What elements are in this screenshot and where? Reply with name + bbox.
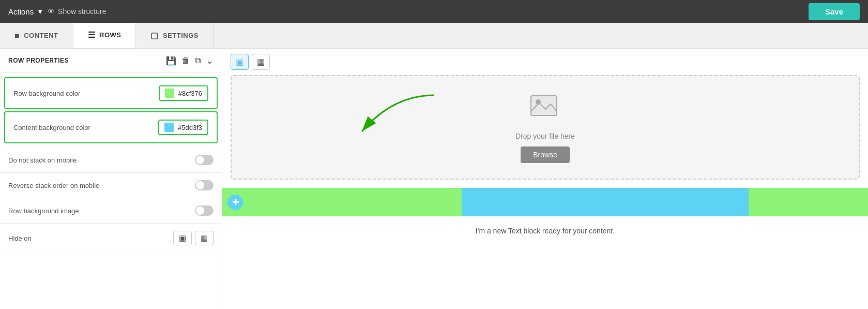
content-bg-color-swatch [164, 123, 174, 132]
actions-label: Actions [8, 7, 34, 16]
reverse-stack-row: Reverse stack order on mobile [0, 173, 222, 198]
row-bg-color-field[interactable]: #8cf376 [159, 85, 208, 101]
row-bg-color-value: #8cf376 [178, 90, 202, 97]
content-bg-color-field[interactable]: #5dd3f3 [158, 120, 208, 135]
row-bg-color-row: Row background color #8cf376 [5, 78, 217, 108]
row-properties-title: ROW PROPERTIES [8, 57, 69, 64]
content-tab-icon: ■ [14, 31, 20, 40]
right-panel: ▣ ▦ Drop your file here Browse [222, 49, 868, 309]
col-green-right [749, 188, 868, 216]
row-bg-image-toggle[interactable] [195, 205, 214, 216]
col-blue-center [462, 188, 749, 216]
collapse-icon[interactable]: ⌄ [206, 55, 214, 66]
do-not-stack-row: Do not stack on mobile [0, 148, 222, 173]
delete-row-button[interactable]: 🗑 [181, 56, 190, 65]
settings-tab-icon: ▢ [150, 31, 159, 40]
svg-rect-0 [531, 96, 557, 115]
drop-zone-text: Drop your file here [515, 132, 575, 140]
tab-rows[interactable]: ☰ ROWS [73, 23, 136, 48]
hide-on-row: Hide on ▣ ▦ [0, 224, 222, 253]
duplicate-row-button[interactable]: ⧉ [195, 56, 201, 65]
row-bg-color-label: Row background color [13, 90, 80, 97]
hide-desktop-button[interactable]: ▣ [173, 231, 192, 245]
reverse-stack-label: Reverse stack order on mobile [8, 182, 99, 189]
hide-on-label: Hide on [8, 234, 32, 242]
drop-zone[interactable]: Drop your file here Browse [231, 75, 860, 180]
do-not-stack-label: Do not stack on mobile [8, 156, 77, 164]
device-toolbar: ▣ ▦ [222, 49, 868, 75]
image-placeholder-icon [530, 92, 561, 126]
tab-content-label: CONTENT [24, 32, 58, 39]
main-layout: ROW PROPERTIES 💾 🗑 ⧉ ⌄ Row background co… [0, 49, 868, 309]
row-bg-image-label: Row background image [8, 207, 79, 215]
show-structure-label: Show structure [58, 7, 106, 16]
save-button[interactable]: Save [809, 3, 860, 20]
canvas-area: ✚ I'm a new Text block ready for your co… [222, 188, 868, 245]
desktop-view-button[interactable]: ▣ [231, 54, 249, 70]
tab-content[interactable]: ■ CONTENT [0, 23, 73, 48]
tab-settings-label: SETTINGS [163, 32, 199, 39]
do-not-stack-toggle[interactable] [195, 155, 214, 165]
reverse-stack-toggle[interactable] [195, 180, 214, 190]
header-icons: 💾 🗑 ⧉ ⌄ [166, 55, 214, 66]
hide-on-buttons: ▣ ▦ [173, 231, 214, 245]
mobile-view-button[interactable]: ▦ [252, 54, 270, 70]
row-bg-image-row: Row background image [0, 198, 222, 224]
content-bg-color-group: Content background color #5dd3f3 [4, 111, 218, 143]
row-properties-header: ROW PROPERTIES 💾 🗑 ⧉ ⌄ [0, 49, 222, 73]
hide-mobile-button[interactable]: ▦ [195, 231, 214, 245]
content-bg-color-label: Content background color [13, 124, 90, 131]
chevron-down-icon: ▼ [37, 8, 43, 16]
text-block: I'm a new Text block ready for your cont… [222, 216, 868, 245]
tab-settings[interactable]: ▢ SETTINGS [136, 23, 214, 48]
tabs-row: ■ CONTENT ☰ ROWS ▢ SETTINGS [0, 23, 868, 49]
rows-tab-icon: ☰ [88, 30, 96, 40]
col-green-left [222, 188, 462, 216]
text-block-content: I'm a new Text block ready for your cont… [476, 227, 615, 235]
color-row-preview[interactable]: ✚ [222, 188, 868, 216]
row-bg-color-group: Row background color #8cf376 [4, 77, 218, 109]
save-row-button[interactable]: 💾 [166, 56, 176, 66]
content-bg-color-row: Content background color #5dd3f3 [5, 112, 217, 142]
move-handle[interactable]: ✚ [227, 195, 243, 210]
tab-rows-label: ROWS [99, 31, 121, 39]
content-bg-color-value: #5dd3f3 [178, 124, 202, 131]
top-bar-left: Actions ▼ 👁 Show structure [8, 7, 106, 16]
top-bar: Actions ▼ 👁 Show structure Save [0, 0, 868, 23]
show-structure-button[interactable]: 👁 Show structure [48, 7, 106, 16]
browse-button[interactable]: Browse [521, 146, 570, 163]
eye-icon: 👁 [48, 7, 55, 16]
row-bg-color-swatch [165, 89, 174, 98]
actions-button[interactable]: Actions ▼ [8, 7, 43, 16]
left-panel: ROW PROPERTIES 💾 🗑 ⧉ ⌄ Row background co… [0, 49, 222, 309]
